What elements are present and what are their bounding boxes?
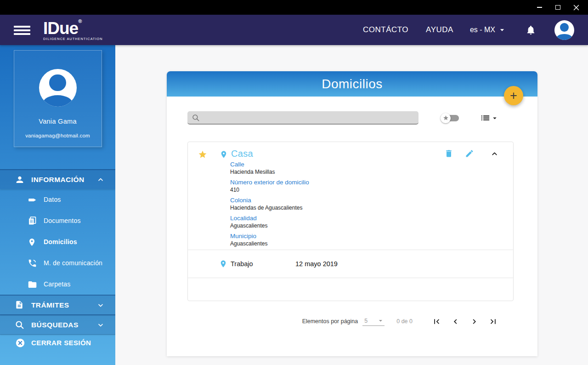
close-circle-icon (15, 338, 25, 348)
language-selector[interactable]: es - MX (470, 26, 506, 34)
sidebar-item-label: Datos (44, 196, 61, 203)
nav-link-contact[interactable]: CONTÁCTO (363, 25, 408, 34)
caret-down-icon (491, 114, 499, 122)
address-field: Calle Hacienda Mesillas (230, 160, 504, 176)
address-date: 12 mayo 2019 (295, 260, 338, 268)
field-label: Calle (230, 160, 504, 168)
address-name: Trabajo (231, 260, 295, 268)
nav-link-help[interactable]: AYUDA (426, 25, 453, 34)
field-value: Hacienda Mesillas (230, 168, 504, 176)
sidebar-section-label: INFORMACIÓN (31, 176, 84, 184)
per-page-select[interactable]: 5 (362, 317, 384, 326)
logo-tagline: DILIGENCE AUTHENTICATION (43, 37, 103, 40)
address-item-collapsed[interactable]: Trabajo 12 mayo 2019 (188, 250, 513, 278)
chevron-up-icon (491, 150, 498, 158)
window-minimize-button[interactable] (530, 0, 548, 15)
notifications-button[interactable] (526, 25, 536, 35)
logout-label: CERRAR SESIÓN (31, 339, 91, 347)
menu-icon[interactable] (14, 24, 30, 37)
favorite-star-icon[interactable] (198, 150, 207, 159)
app-window: IDue® DILIGENCE AUTHENTICATION CONTÁCTO … (0, 0, 588, 365)
field-label: Localidad (230, 214, 504, 222)
window-maximize-button[interactable] (548, 0, 567, 15)
star-icon (441, 113, 451, 123)
pencil-icon (465, 149, 474, 158)
address-item-expanded: Casa (188, 142, 513, 250)
address-list: Casa (187, 142, 514, 301)
per-page-value: 5 (362, 318, 368, 324)
page-header: Domicilios (167, 71, 537, 97)
app-logo: IDue® DILIGENCE AUTHENTICATION (43, 19, 103, 40)
location-pin-icon (220, 149, 228, 160)
field-value: Aguascalientes (230, 222, 504, 230)
caret-down-icon (377, 317, 384, 325)
address-field: Número exterior de domicilio 410 (230, 178, 504, 194)
per-page-label: Elementos por página (302, 318, 358, 325)
chevron-down-icon (97, 302, 104, 309)
sidebar-section-informacion[interactable]: INFORMACIÓN (0, 169, 115, 189)
chevron-right-icon (469, 317, 479, 326)
sidebar-item-carpetas[interactable]: Carpetas (0, 274, 115, 295)
address-field: Municipio Aguascalientes (230, 232, 504, 248)
empty-row (188, 278, 513, 302)
sidebar-section-busquedas[interactable]: BÚSQUEDAS (0, 314, 115, 334)
person-icon (15, 175, 25, 185)
search-input[interactable] (204, 111, 414, 124)
document-icon (15, 300, 25, 310)
field-label: Número exterior de domicilio (230, 178, 504, 186)
registered-mark: ® (78, 18, 82, 24)
last-page-button[interactable] (488, 317, 498, 326)
field-label: Colonia (230, 196, 504, 204)
sidebar-section-tramites[interactable]: TRÁMITES (0, 295, 115, 314)
chevron-up-icon (97, 176, 104, 183)
address-field: Localidad Aguascalientes (230, 214, 504, 230)
previous-page-button[interactable] (451, 317, 460, 326)
avatar-head (49, 74, 66, 91)
edit-address-button[interactable] (465, 149, 474, 158)
avatar-torso (556, 34, 572, 40)
page-title: Domicilios (322, 77, 383, 91)
field-value: Aguascalientes (230, 240, 504, 248)
user-avatar[interactable] (554, 20, 574, 40)
logout-button[interactable]: CERRAR SESIÓN (0, 334, 115, 351)
window-close-button[interactable] (567, 0, 585, 15)
minimize-icon (537, 7, 542, 8)
first-page-icon (432, 317, 441, 326)
sidebar-item-datos[interactable]: Datos (0, 189, 115, 210)
phone-icon (28, 258, 37, 268)
next-page-button[interactable] (469, 317, 479, 326)
chevron-left-icon (451, 317, 460, 326)
pagination: Elementos por página 5 0 de 0 (302, 315, 498, 327)
location-pin-icon (219, 259, 227, 269)
avatar-torso (43, 95, 73, 107)
search-icon (15, 320, 25, 330)
sidebar-item-documentos[interactable]: Documentos (0, 210, 115, 231)
favorites-toggle[interactable] (441, 113, 460, 123)
profile-avatar (39, 69, 77, 107)
sidebar-item-domicilios[interactable]: Domicilios (0, 231, 115, 252)
address-header: Casa (198, 148, 504, 160)
profile-card: Vania Gama vaniagamag@hotmail.com (14, 50, 102, 147)
sidebar-item-label: Documentos (44, 217, 81, 224)
page-range: 0 de 0 (396, 318, 413, 325)
sidebar-section-label: BÚSQUEDAS (31, 321, 79, 329)
app-navbar: IDue® DILIGENCE AUTHENTICATION CONTÁCTO … (0, 15, 588, 45)
add-address-button[interactable]: + (504, 86, 523, 105)
list-view-icon (480, 113, 491, 123)
folder-icon (28, 279, 37, 289)
window-titlebar (0, 0, 588, 15)
pagination-nav (432, 317, 498, 326)
sidebar: Vania Gama vaniagamag@hotmail.com INFORM… (0, 45, 115, 365)
location-pin-icon (28, 237, 37, 247)
view-options-dropdown[interactable] (480, 113, 499, 123)
first-page-button[interactable] (432, 317, 441, 326)
close-icon (573, 5, 579, 11)
sidebar-menu: Datos Documentos Domicilios (0, 189, 115, 295)
collapse-address-button[interactable] (491, 150, 498, 158)
delete-address-button[interactable] (444, 148, 453, 159)
field-value: Haciendas de Aguascalientes (230, 204, 504, 212)
sidebar-item-m-de-comunicacion[interactable]: M. de comunicación (0, 252, 115, 274)
bell-icon (526, 25, 536, 35)
profile-name: Vania Gama (14, 118, 102, 125)
sidebar-item-label: Domicilios (44, 238, 77, 245)
